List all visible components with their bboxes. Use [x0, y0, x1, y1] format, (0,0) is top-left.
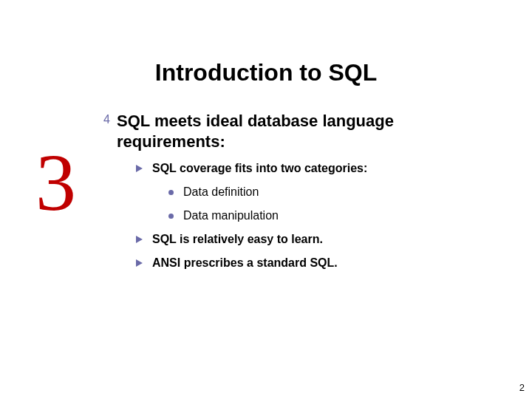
dot-bullet-icon: [168, 185, 183, 199]
bullet-level3: Data manipulation: [168, 209, 488, 222]
bullet-text: Data definition: [183, 185, 259, 199]
chapter-number: 3: [35, 142, 76, 223]
bullet-text: Data manipulation: [183, 209, 279, 222]
bullet-level2: SQL coverage fits into two categories:: [136, 162, 488, 175]
bullet-text: ANSI prescribes a standard SQL.: [152, 256, 338, 270]
slide-content: 4 SQL meets ideal database language requ…: [103, 111, 488, 277]
triangle-bullet-icon: [136, 256, 152, 270]
bullet-level3: Data definition: [168, 185, 488, 199]
slide: Introduction to SQL 3 4 SQL meets ideal …: [0, 0, 532, 399]
bullet-level2: ANSI prescribes a standard SQL.: [136, 256, 488, 270]
bullet-text: SQL coverage fits into two categories:: [152, 162, 367, 175]
slide-title: Introduction to SQL: [0, 59, 532, 86]
bullet-text: SQL meets ideal database language requir…: [117, 111, 488, 151]
triangle-bullet-icon: [136, 233, 152, 246]
page-number: 2: [519, 382, 525, 393]
bullet-level2: SQL is relatively easy to learn.: [136, 233, 488, 246]
dot-bullet-icon: [168, 209, 183, 222]
four-bullet-icon: 4: [103, 111, 117, 129]
triangle-bullet-icon: [136, 162, 152, 175]
bullet-text: SQL is relatively easy to learn.: [152, 233, 323, 246]
bullet-level1: 4 SQL meets ideal database language requ…: [103, 111, 488, 151]
